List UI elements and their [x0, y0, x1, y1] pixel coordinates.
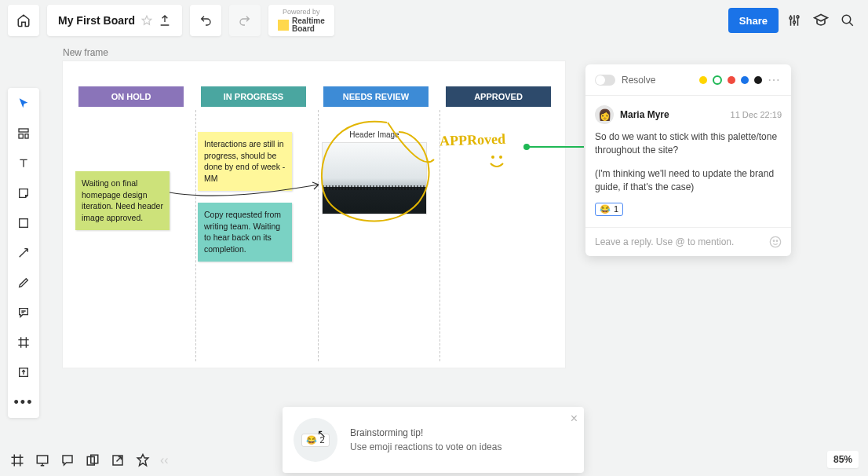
kanban-columns: ON HOLD IN PROGRESS NEEDS REVIEW APPROVE…: [78, 86, 551, 116]
resolve-label: Resolve: [622, 75, 655, 86]
reaction-count: 1: [614, 204, 618, 214]
zoom-level[interactable]: 85%: [827, 451, 859, 468]
tip-toast: × ↖ 😂2 Brainstorming tip! Use emoji reac…: [283, 407, 584, 473]
column-header-in-progress[interactable]: IN PROGRESS: [201, 86, 306, 107]
realtimeboard-brand: Realtime Board: [292, 17, 325, 33]
collapse-chevron-icon[interactable]: ‹‹: [160, 453, 169, 467]
shape-tool[interactable]: [13, 212, 35, 234]
comment-message-2: (I'm thinking we'll need to update the b…: [595, 167, 782, 195]
text-tool[interactable]: [13, 152, 35, 174]
comment-message-1: So do we want to stick with this palette…: [595, 130, 782, 158]
svg-point-13: [773, 240, 774, 241]
sticky-note[interactable]: Copy requested from writing team. Waitin…: [198, 203, 292, 262]
reply-input[interactable]: Leave a reply. Use @ to mention.: [595, 236, 734, 247]
comment-tool[interactable]: [13, 302, 35, 324]
undo-icon: [199, 14, 212, 27]
resolve-toggle[interactable]: [595, 75, 615, 86]
settings-sliders-icon[interactable]: [786, 13, 802, 28]
powered-by-label: Powered by: [283, 8, 320, 16]
undo-button[interactable]: [190, 5, 221, 36]
svg-point-10: [492, 156, 494, 158]
frame-tool[interactable]: [13, 331, 35, 353]
connector-arrow[interactable]: [170, 181, 326, 204]
redo-icon: [239, 14, 251, 27]
handwritten-approved[interactable]: APPRoved: [439, 131, 506, 150]
svg-rect-6: [19, 134, 23, 138]
frame-label[interactable]: New frame: [63, 47, 108, 58]
color-dot-green-selected[interactable]: [713, 75, 722, 85]
column-header-approved[interactable]: APPROVED: [446, 86, 551, 107]
left-toolbar: •••: [8, 88, 39, 418]
board-title-card[interactable]: My First Board: [47, 5, 182, 36]
cards-icon[interactable]: [85, 452, 100, 468]
powered-by-card[interactable]: Powered by Realtime Board: [268, 5, 334, 36]
tip-line-1: Brainstorming tip!: [350, 426, 501, 440]
comment-author: Maria Myre: [620, 109, 669, 120]
svg-marker-0: [142, 16, 151, 24]
template-tool[interactable]: [13, 123, 35, 145]
color-dot-black[interactable]: [754, 76, 762, 84]
board-title: My First Board: [58, 14, 135, 27]
redo-button[interactable]: [229, 5, 261, 36]
svg-point-4: [842, 15, 851, 24]
select-tool[interactable]: [13, 93, 35, 115]
home-button[interactable]: [8, 5, 39, 36]
svg-point-14: [776, 240, 777, 241]
comment-color-picker: ⋯: [699, 72, 782, 87]
svg-point-3: [797, 16, 799, 18]
pen-tool[interactable]: [13, 272, 35, 294]
column-divider: [195, 110, 196, 361]
freehand-circle-drawing[interactable]: [312, 116, 436, 234]
top-bar: My First Board Powered by Realtime Board…: [0, 0, 868, 41]
search-icon[interactable]: [840, 13, 855, 28]
share-button[interactable]: Share: [728, 8, 779, 33]
svg-point-11: [500, 156, 501, 158]
comment-panel: Resolve ⋯ 👩 Maria Myre 11 Dec 22:19 So d…: [585, 64, 791, 256]
star-icon[interactable]: [141, 15, 152, 26]
realtimeboard-logo-icon: [278, 20, 289, 31]
comment-more-icon[interactable]: ⋯: [768, 72, 782, 87]
color-dot-red[interactable]: [728, 76, 735, 84]
more-tools[interactable]: •••: [13, 391, 35, 413]
emoji-picker-icon[interactable]: [769, 236, 782, 248]
reaction-badge[interactable]: 😂 1: [595, 203, 623, 216]
home-icon: [16, 13, 31, 27]
color-dot-yellow[interactable]: [699, 76, 707, 84]
sticky-note[interactable]: Waiting on final homepage design iterati…: [75, 171, 170, 230]
svg-rect-8: [20, 219, 28, 228]
handwritten-smiley-icon: [487, 151, 507, 171]
tip-close-icon[interactable]: ×: [571, 412, 578, 426]
comments-list-icon[interactable]: [60, 452, 75, 468]
learn-icon[interactable]: [813, 13, 829, 28]
tip-line-2: Use emoji reactions to vote on ideas: [350, 440, 501, 454]
svg-rect-15: [37, 456, 48, 463]
upload-tool[interactable]: [13, 361, 35, 383]
presentation-icon[interactable]: [35, 452, 50, 468]
color-dot-blue[interactable]: [741, 76, 749, 84]
tip-illustration: ↖ 😂2: [294, 418, 337, 462]
svg-point-12: [770, 236, 780, 247]
sticky-note-tool[interactable]: [13, 182, 35, 204]
cursor-icon: ↖: [317, 427, 326, 440]
connector-tool[interactable]: [13, 242, 35, 264]
bottom-left-bar: ‹‹: [9, 452, 169, 468]
column-header-on-hold[interactable]: ON HOLD: [78, 86, 184, 107]
column-header-needs-review[interactable]: NEEDS REVIEW: [323, 86, 429, 107]
svg-point-2: [793, 21, 796, 24]
reaction-emoji-icon: 😂: [600, 204, 611, 214]
avatar: 👩: [595, 105, 614, 124]
svg-rect-5: [19, 129, 28, 132]
export-icon[interactable]: [159, 14, 171, 27]
share-link-icon[interactable]: [110, 452, 126, 468]
svg-point-1: [790, 17, 792, 20]
activity-icon[interactable]: [135, 452, 151, 468]
svg-rect-7: [25, 134, 28, 138]
comment-connector: [527, 146, 584, 148]
comment-timestamp: 11 Dec 22:19: [731, 110, 782, 119]
frames-list-icon[interactable]: [9, 452, 25, 468]
